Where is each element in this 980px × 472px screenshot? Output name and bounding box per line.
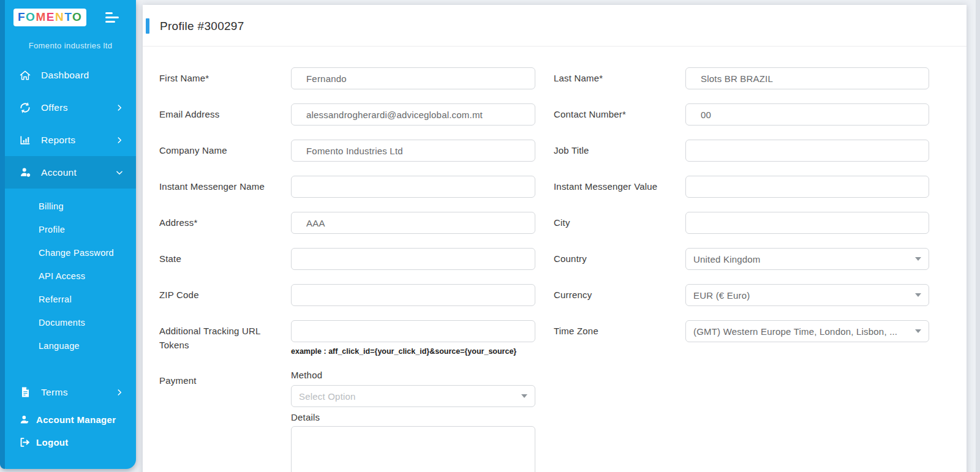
sub-item-label: Documents <box>39 318 85 328</box>
chevron-right-icon <box>115 388 124 397</box>
email-input[interactable] <box>291 103 535 125</box>
zip-code-input[interactable] <box>291 284 535 306</box>
document-icon <box>18 386 32 399</box>
page-title: Profile #300297 <box>160 20 244 33</box>
select-caret-icon <box>915 257 921 261</box>
sidebar-footer: Account Manager Logout <box>5 408 136 470</box>
sidebar-item-dashboard[interactable]: Dashboard <box>5 59 136 91</box>
sidebar-item-referral[interactable]: Referral <box>5 288 136 311</box>
sidebar-item-profile[interactable]: Profile <box>5 218 136 241</box>
sidebar-item-reports[interactable]: Reports <box>5 124 136 156</box>
sidebar-item-label: Reports <box>41 135 115 146</box>
payment-method-label: Method <box>291 370 535 380</box>
sidebar-item-terms[interactable]: Terms <box>5 376 136 408</box>
logo-letter: T <box>64 10 72 23</box>
sidebar-nav: Dashboard Offers <box>5 59 136 408</box>
payment-label: Payment <box>159 370 291 472</box>
logo-letter: M <box>36 10 46 23</box>
last-name-input[interactable] <box>685 67 929 89</box>
select-caret-icon <box>915 293 921 297</box>
bar-chart-icon <box>18 133 32 147</box>
payment-details-textarea[interactable] <box>291 426 535 472</box>
fomento-logo[interactable]: FOMENTO <box>13 9 86 26</box>
im-name-input[interactable] <box>291 176 535 198</box>
logout-link[interactable]: Logout <box>18 431 136 454</box>
logo-letter: N <box>55 10 64 23</box>
company-name: Fomento industries ltd <box>5 41 136 50</box>
select-caret-icon <box>521 394 527 398</box>
payment-method-select[interactable]: Select Option <box>291 385 535 407</box>
contact-number-label: Contact Number* <box>554 103 685 125</box>
time-zone-label: Time Zone <box>554 320 685 356</box>
account-submenu: Billing Profile Change Password API Acce… <box>5 189 136 361</box>
main-content: Profile #300297 First Name* Last Name* E… <box>136 0 980 472</box>
scrollbar-track[interactable] <box>976 0 980 472</box>
currency-select-value: EUR (€ Euro) <box>693 290 910 301</box>
time-zone-select[interactable]: (GMT) Western Europe Time, London, Lisbo… <box>685 320 929 342</box>
sidebar: FOMENTO Fomento industries ltd Dashboard <box>0 0 136 469</box>
country-select-value: United Kingdom <box>693 254 910 264</box>
tracking-tokens-label: Additional Tracking URL Tokens <box>159 320 291 356</box>
last-name-label: Last Name* <box>554 67 685 89</box>
currency-label: Currency <box>554 284 685 306</box>
first-name-input[interactable] <box>291 67 535 89</box>
currency-select[interactable]: EUR (€ Euro) <box>685 284 929 306</box>
job-title-input[interactable] <box>685 140 929 162</box>
profile-card: Profile #300297 First Name* Last Name* E… <box>143 5 967 472</box>
state-input[interactable] <box>291 248 535 270</box>
logo-letter: E <box>47 10 55 23</box>
form-row: First Name* Last Name* <box>159 67 967 89</box>
sidebar-item-label: Offers <box>41 102 115 113</box>
tracking-tokens-input[interactable] <box>291 320 535 342</box>
job-title-label: Job Title <box>554 140 685 162</box>
sub-item-label: Language <box>39 341 80 351</box>
chevron-down-icon <box>115 168 124 177</box>
sub-item-label: Change Password <box>39 248 114 258</box>
company-name-label: Company Name <box>159 140 291 162</box>
form-row: State Country United Kingdom <box>159 248 967 270</box>
sidebar-item-label: Terms <box>41 387 115 398</box>
sidebar-item-account[interactable]: Account <box>5 156 136 189</box>
company-name-input[interactable] <box>291 140 535 162</box>
user-gear-icon <box>18 166 32 179</box>
footer-item-label: Logout <box>36 437 69 448</box>
country-select[interactable]: United Kingdom <box>685 248 929 270</box>
logo-letter: F <box>18 10 26 23</box>
form-row: Company Name Job Title <box>159 140 967 162</box>
contact-number-input[interactable] <box>685 103 929 125</box>
country-label: Country <box>554 248 685 270</box>
im-value-label: Instant Messenger Value <box>554 176 685 198</box>
im-value-input[interactable] <box>685 176 929 198</box>
payment-method-select-value: Select Option <box>299 391 516 402</box>
sidebar-header: FOMENTO <box>5 7 136 26</box>
logo-letter: O <box>72 10 82 23</box>
sidebar-item-change-password[interactable]: Change Password <box>5 241 136 264</box>
account-manager-link[interactable]: Account Manager <box>18 408 136 431</box>
city-input[interactable] <box>685 212 929 234</box>
first-name-label: First Name* <box>159 67 291 89</box>
chevron-right-icon <box>115 136 124 144</box>
menu-toggle-icon[interactable] <box>103 10 121 25</box>
chevron-right-icon <box>115 103 124 112</box>
form-row: Address* City <box>159 212 967 234</box>
footer-item-label: Account Manager <box>36 414 116 425</box>
im-name-label: Instant Messenger Name <box>159 176 291 198</box>
sidebar-item-documents[interactable]: Documents <box>5 311 136 334</box>
payment-section: Payment Method Select Option Details <box>159 370 967 472</box>
sub-item-label: Referral <box>39 294 72 304</box>
logo-letter: O <box>26 10 36 23</box>
address-input[interactable] <box>291 212 535 234</box>
sidebar-item-billing[interactable]: Billing <box>5 195 136 218</box>
address-label: Address* <box>159 212 291 234</box>
sidebar-item-api-access[interactable]: API Access <box>5 264 136 288</box>
form-row: ZIP Code Currency EUR (€ Euro) <box>159 284 967 306</box>
sidebar-item-language[interactable]: Language <box>5 334 136 358</box>
logout-icon <box>18 436 31 449</box>
form-row: Email Address Contact Number* <box>159 103 967 125</box>
sidebar-item-offers[interactable]: Offers <box>5 91 136 124</box>
tracking-tokens-hint: example : aff_click_id={your_click_id}&s… <box>291 347 535 356</box>
payment-details-label: Details <box>291 412 535 422</box>
title-accent-bar <box>146 18 149 34</box>
home-icon <box>18 69 32 82</box>
sub-item-label: Profile <box>39 225 65 234</box>
